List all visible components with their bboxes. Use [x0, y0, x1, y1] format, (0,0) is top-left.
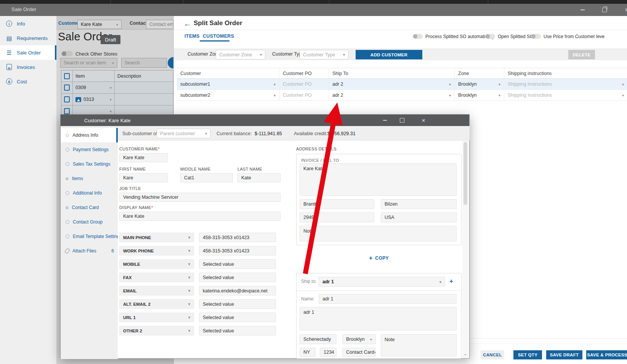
copy-button[interactable]: + COPY	[296, 255, 462, 262]
sidebar-item-info[interactable]: i Info	[0, 16, 56, 31]
table-row[interactable]: 0309 ▾	[61, 82, 173, 94]
phone-type-select[interactable]: EMAIL▾	[119, 286, 194, 295]
nav-item-address-info[interactable]: ◇ Address Info	[61, 128, 118, 142]
open-splitted-toggle[interactable]	[485, 34, 495, 39]
sidebar-item-cost[interactable]: $ Cost	[0, 74, 56, 89]
phone-value-input[interactable]: Selected value	[199, 259, 276, 269]
ship-to-cell[interactable]: adr 2 ▾	[329, 90, 455, 101]
sidebar-item-requirements[interactable]: ▤ Requirements	[0, 31, 56, 45]
phone-value-input[interactable]: Selected value	[199, 273, 276, 282]
add-customer-button[interactable]: ADD CUSTOMER	[356, 50, 422, 59]
customer-name-field[interactable]: Kare Kate	[119, 153, 168, 162]
ship-note-textarea[interactable]: Note	[381, 334, 457, 356]
table-row[interactable]: subcustomer1 ▾ Customer PO adr 2 ▾ Brook…	[177, 79, 627, 90]
sidebar-item-invoices[interactable]: IN Invoices	[0, 60, 56, 74]
phone-type-select[interactable]: WORK PHONE▾	[119, 246, 194, 255]
ship-name-field[interactable]: adr 1	[319, 294, 457, 304]
check-other-stores-toggle[interactable]	[61, 51, 73, 56]
customer-type-select[interactable]: Customer Type ▾	[300, 50, 348, 59]
contact-card-select[interactable]: Contact Card ▾	[342, 348, 376, 357]
modal-minimize-button[interactable]	[378, 115, 391, 126]
ship-zip-field[interactable]: 1234	[320, 348, 337, 357]
back-button[interactable]: ←	[184, 20, 191, 27]
contact-input[interactable]: Contact ema	[146, 20, 173, 29]
nav-item-email-template-settings[interactable]: Email Template Settings	[61, 229, 118, 244]
modal-maximize-button[interactable]	[396, 115, 409, 126]
phone-type-select[interactable]: MOBILE▾	[119, 259, 194, 269]
phone-value-input[interactable]: Selected value	[199, 326, 276, 335]
select-all-checkbox[interactable]	[64, 73, 70, 79]
row-checkbox[interactable]	[64, 108, 70, 114]
phone-value-input[interactable]: Selected value	[199, 313, 276, 322]
minimize-button[interactable]	[576, 4, 589, 16]
tab-customers[interactable]: CUSTOMERS	[203, 34, 234, 39]
modal-close-button[interactable]: ✕	[417, 115, 430, 126]
delete-button[interactable]: DELETE	[568, 50, 595, 59]
phone-value-input[interactable]: 458-315-3053 x01423	[199, 246, 276, 255]
zip-field[interactable]: 29496	[300, 212, 374, 222]
set-qty-button[interactable]: SET QTY	[513, 350, 542, 359]
customer-zone-select[interactable]: Customer Zone ▾	[216, 50, 265, 59]
middle-name-field[interactable]: Cat1	[180, 173, 233, 182]
ship-to-select[interactable]: adr 1 ▾	[319, 277, 445, 287]
tab-items[interactable]: ITEMS	[184, 34, 200, 39]
ship-city-field[interactable]: Schenectady	[300, 334, 337, 344]
street-field[interactable]: Brantto	[300, 199, 374, 209]
sidebar-item-sale-order[interactable]: ☰ Sale Order	[0, 45, 56, 60]
add-address-button[interactable]: +	[449, 278, 453, 285]
phone-type-select[interactable]: FAX▾	[119, 273, 194, 282]
ship-address-textarea[interactable]: adr 1	[300, 307, 457, 330]
customer-po-cell[interactable]: Customer PO	[279, 90, 329, 101]
job-title-field[interactable]: Vending Machine Servicer	[119, 193, 281, 202]
phone-type-select[interactable]: OTHER 2▾	[119, 326, 194, 335]
nav-item-contact-group[interactable]: Contact Group	[61, 215, 118, 229]
ship-to-cell[interactable]: adr 2 ▾	[329, 79, 455, 89]
search-input[interactable]: Search	[121, 58, 167, 68]
shipping-instructions-cell[interactable]: Shipping Instructions ▾	[504, 79, 627, 89]
shipping-instructions-cell[interactable]: Shipping Instructions ▾	[504, 90, 627, 101]
row-checkbox[interactable]	[64, 85, 70, 91]
nav-item-items[interactable]: = Items	[61, 171, 118, 186]
save-draft-button[interactable]: SAVE DRAFT	[546, 350, 582, 359]
table-row[interactable]: subcustomer2 ▾ Customer PO adr 2 ▾ Brook…	[177, 90, 627, 101]
table-row[interactable]: 0313 ▾	[61, 94, 173, 105]
city-field[interactable]: Bilzen	[381, 199, 457, 209]
nav-item-sales-tax-settings[interactable]: Sales Tax Settings	[61, 157, 118, 171]
scrollbar-down-button[interactable]: ⌄	[462, 350, 468, 357]
cancel-button[interactable]: CANCEL	[481, 350, 504, 359]
phone-value-input[interactable]: Selected value	[199, 299, 276, 309]
phone-type-select[interactable]: MAIN PHONE▾	[119, 233, 194, 242]
country-field[interactable]: USA	[381, 212, 457, 222]
zone-cell[interactable]: Brooklyn ▾	[455, 79, 504, 89]
ship-zone-select[interactable]: Brooklyn ▾	[342, 334, 376, 344]
row-checkbox[interactable]	[64, 96, 70, 102]
first-name-field[interactable]: Kare	[119, 173, 168, 182]
nav-item-attach-files[interactable]: Attach Files 6	[61, 244, 118, 258]
nav-item-contact-card[interactable]: = Contact Card	[61, 200, 118, 215]
phone-value-input[interactable]: 458-315-3053 x01423	[199, 233, 276, 242]
item-search-select[interactable]: Search or scan item ▾	[60, 58, 117, 68]
zone-cell[interactable]: Brooklyn ▾	[455, 90, 504, 101]
sub-customer-select[interactable]: Parent customer ▾	[157, 129, 210, 138]
phone-type-select[interactable]: URL 1▾	[119, 313, 194, 322]
restore-button[interactable]	[598, 4, 611, 16]
close-button[interactable]: ✕	[620, 4, 627, 16]
nav-item-additional-info[interactable]: Additional Info	[61, 186, 118, 200]
nav-item-payment-settings[interactable]: Payment Settings	[61, 142, 118, 157]
phone-value-input[interactable]: katerina.endeko@devpace.net	[199, 286, 276, 295]
phone-type-select[interactable]: ALT. EMAIL 2▾	[119, 299, 194, 309]
last-name-field[interactable]: Kate	[237, 173, 281, 182]
customer-select[interactable]: Kare Kate ▾	[77, 20, 122, 29]
display-name-field[interactable]: Kare Kate	[119, 212, 281, 221]
use-price-toggle[interactable]	[531, 34, 541, 39]
scrollbar-thumb[interactable]	[463, 142, 467, 205]
ship-state-field[interactable]: NY	[300, 348, 316, 357]
save-process-button[interactable]: SAVE & PROCESS	[586, 350, 627, 359]
customer-cell[interactable]: subcustomer1 ▾	[177, 79, 279, 89]
customer-po-cell[interactable]: Customer PO	[279, 79, 329, 89]
process-splitted-toggle[interactable]	[413, 34, 423, 39]
item-cell: 0313 ▾	[73, 94, 115, 105]
customer-cell[interactable]: subcustomer2 ▾	[177, 90, 279, 101]
invoice-name-textarea[interactable]: Kare Kate	[300, 163, 457, 196]
note-textarea[interactable]: Note	[300, 226, 457, 241]
